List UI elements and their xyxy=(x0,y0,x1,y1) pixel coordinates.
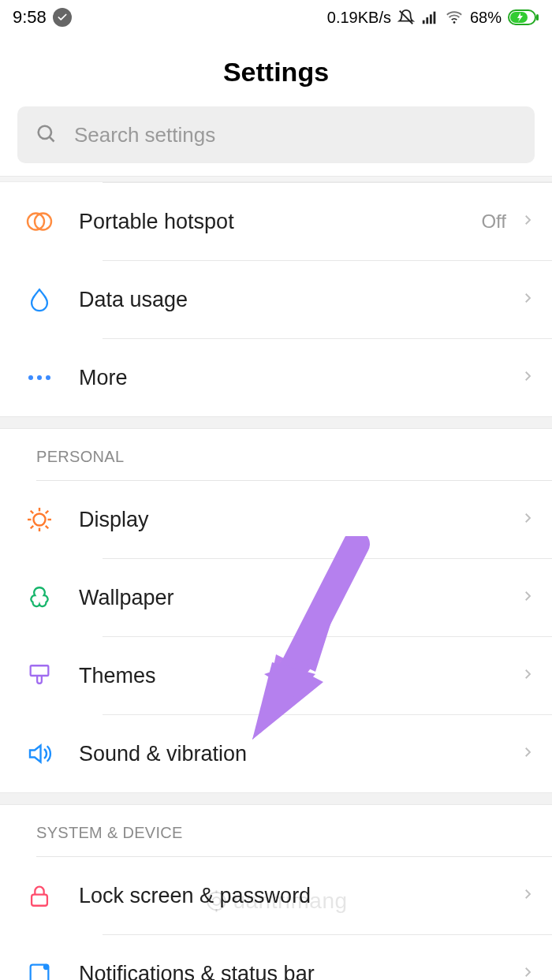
check-icon xyxy=(53,8,72,27)
chevron-right-icon xyxy=(520,741,535,766)
chevron-right-icon xyxy=(520,663,535,688)
battery-charging-icon xyxy=(508,9,539,25)
chevron-right-icon xyxy=(520,961,535,980)
sound-icon xyxy=(0,740,79,768)
svg-line-11 xyxy=(50,137,54,142)
svg-point-16 xyxy=(46,375,50,380)
search-icon xyxy=(35,122,57,147)
signal-icon xyxy=(421,9,438,26)
section-header-system: SYSTEM & DEVICE xyxy=(0,805,552,856)
row-label: Lock screen & password xyxy=(79,884,520,908)
row-value: Off xyxy=(481,211,506,233)
row-label: Themes xyxy=(79,664,520,688)
svg-line-24 xyxy=(31,526,33,528)
status-bar: 9:58 0.19KB/s 68% xyxy=(0,0,552,35)
row-data-usage[interactable]: Data usage xyxy=(0,261,552,338)
svg-rect-3 xyxy=(430,14,432,24)
data-rate: 0.19KB/s xyxy=(327,9,391,27)
row-lock-screen[interactable]: Lock screen & password xyxy=(0,857,552,934)
flower-icon xyxy=(0,584,79,611)
wifi-icon xyxy=(445,9,464,26)
chevron-right-icon xyxy=(520,883,535,908)
sun-icon xyxy=(0,505,79,534)
battery-percent: 68% xyxy=(470,9,502,27)
row-label: Sound & vibration xyxy=(79,742,520,766)
row-more[interactable]: More xyxy=(0,339,552,416)
row-label: Wallpaper xyxy=(79,586,520,610)
svg-line-22 xyxy=(31,511,33,513)
section-header-personal: PERSONAL xyxy=(0,429,552,480)
svg-point-30 xyxy=(43,964,49,970)
chevron-right-icon xyxy=(520,209,535,234)
section-gap xyxy=(0,792,552,805)
svg-rect-2 xyxy=(426,17,428,24)
settings-screen: 9:58 0.19KB/s 68% Settings xyxy=(0,0,552,980)
svg-rect-1 xyxy=(423,20,425,24)
svg-point-5 xyxy=(453,21,456,24)
svg-line-25 xyxy=(46,511,48,513)
hotspot-icon xyxy=(0,207,79,236)
status-left: 9:58 xyxy=(13,7,72,28)
group-divider-top xyxy=(0,176,552,182)
svg-rect-26 xyxy=(31,665,49,676)
svg-rect-28 xyxy=(32,895,47,906)
lock-icon xyxy=(0,882,79,909)
status-right: 0.19KB/s 68% xyxy=(327,9,539,27)
chevron-right-icon xyxy=(520,287,535,312)
search-box[interactable] xyxy=(17,106,535,163)
mute-icon xyxy=(397,9,415,26)
row-label: More xyxy=(79,366,520,390)
row-label: Portable hotspot xyxy=(79,210,481,234)
row-label: Data usage xyxy=(79,288,520,312)
droplet-icon xyxy=(0,286,79,313)
row-portable-hotspot[interactable]: Portable hotspot Off xyxy=(0,183,552,260)
search-container xyxy=(0,106,552,176)
page-title: Settings xyxy=(0,35,552,106)
chevron-right-icon xyxy=(520,585,535,610)
brush-icon xyxy=(0,662,79,689)
chevron-right-icon xyxy=(520,365,535,390)
chevron-right-icon xyxy=(520,507,535,532)
row-sound-vibration[interactable]: Sound & vibration xyxy=(0,715,552,792)
search-input[interactable] xyxy=(74,123,517,147)
more-icon xyxy=(0,374,79,382)
row-display[interactable]: Display xyxy=(0,481,552,558)
svg-rect-8 xyxy=(536,14,539,20)
clock: 9:58 xyxy=(13,7,47,28)
svg-point-15 xyxy=(37,375,42,380)
svg-point-10 xyxy=(39,126,51,139)
row-notifications[interactable]: Notifications & status bar xyxy=(0,935,552,980)
row-themes[interactable]: Themes xyxy=(0,637,552,714)
section-gap xyxy=(0,416,552,429)
notification-icon xyxy=(0,960,79,980)
row-label: Display xyxy=(79,508,520,532)
row-wallpaper[interactable]: Wallpaper xyxy=(0,559,552,636)
row-label: Notifications & status bar xyxy=(79,962,520,981)
svg-point-17 xyxy=(34,514,46,526)
svg-marker-27 xyxy=(30,746,41,762)
svg-line-23 xyxy=(46,526,48,528)
svg-point-14 xyxy=(28,375,33,380)
svg-rect-4 xyxy=(434,12,436,24)
